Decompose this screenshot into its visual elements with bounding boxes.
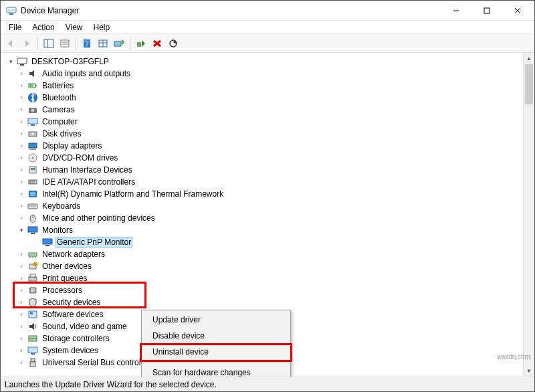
scan-hardware-button[interactable] <box>166 36 181 51</box>
help-button[interactable]: ? <box>80 36 94 51</box>
toolbar-separator <box>130 37 130 50</box>
tree-category[interactable]: ›Processors <box>2 284 523 296</box>
tree-category[interactable]: ›Batteries <box>2 80 523 92</box>
chevron-right-icon[interactable]: › <box>17 310 26 319</box>
forward-button[interactable] <box>19 36 34 51</box>
chevron-right-icon[interactable]: › <box>17 358 26 367</box>
tree-category[interactable]: ›Keyboards <box>2 200 523 212</box>
menu-file[interactable]: File <box>3 21 27 33</box>
show-hide-tree-button[interactable] <box>41 36 56 51</box>
tree-category[interactable]: ›DVD/CD-ROM drives <box>2 152 523 164</box>
chevron-right-icon[interactable]: › <box>17 177 26 187</box>
svg-rect-54 <box>29 253 37 256</box>
ctx-uninstall-device[interactable]: Uninstall device <box>143 344 289 360</box>
tree-category[interactable]: ›Network adapters <box>2 248 523 260</box>
tree-category[interactable]: ›Security devices <box>2 296 523 308</box>
tree-label: Universal Serial Bus controllers <box>41 357 155 368</box>
tree-category[interactable]: ›Human Interface Devices <box>2 164 523 176</box>
tree-category[interactable]: ›Display adapters <box>2 140 523 152</box>
mouse-icon <box>27 213 38 223</box>
tree-device-generic-pnp-monitor[interactable]: ›Generic PnP Monitor <box>2 236 523 248</box>
minimize-button[interactable] <box>441 1 471 21</box>
chevron-right-icon[interactable]: › <box>17 189 26 199</box>
sound-icon <box>27 321 38 332</box>
svg-rect-9 <box>61 40 69 47</box>
chevron-right-icon[interactable]: › <box>17 250 26 259</box>
tree-category[interactable]: ›Audio inputs and outputs <box>2 68 523 80</box>
computer-icon <box>27 116 38 127</box>
tree-category[interactable]: ›Cameras <box>2 104 523 116</box>
tree-label: Batteries <box>41 80 75 91</box>
chevron-right-icon[interactable]: › <box>17 117 26 126</box>
svg-rect-73 <box>31 353 35 355</box>
chevron-right-icon[interactable]: › <box>17 298 26 307</box>
chevron-right-icon[interactable]: › <box>17 213 26 223</box>
chevron-right-icon[interactable]: › <box>17 93 26 102</box>
tree-root[interactable]: ▾ DESKTOP-O3FGFLP <box>2 56 523 68</box>
view-by-type-button[interactable] <box>96 36 110 51</box>
uninstall-device-button[interactable] <box>150 36 165 51</box>
tree-category[interactable]: ›Disk drives <box>2 128 523 140</box>
tree-category-monitors[interactable]: ▾Monitors <box>2 224 523 236</box>
chevron-right-icon[interactable]: › <box>17 286 26 295</box>
update-driver-button[interactable] <box>112 36 126 51</box>
chevron-right-icon[interactable]: › <box>17 69 26 78</box>
scroll-up-button[interactable]: ▲ <box>524 53 534 64</box>
svg-rect-72 <box>28 347 37 353</box>
statusbar: Launches the Update Driver Wizard for th… <box>1 377 534 391</box>
chevron-right-icon[interactable]: › <box>17 153 26 163</box>
svg-rect-26 <box>29 84 33 87</box>
tree-category[interactable]: ›Bluetooth <box>2 92 523 104</box>
svg-rect-25 <box>35 85 37 86</box>
chevron-right-icon[interactable]: › <box>17 165 26 175</box>
chevron-down-icon[interactable]: ▾ <box>6 57 15 66</box>
scroll-track[interactable] <box>524 104 534 365</box>
chevron-right-icon[interactable]: › <box>17 129 26 138</box>
chevron-down-icon[interactable]: ▾ <box>17 225 26 235</box>
monitor-icon <box>42 237 53 248</box>
menu-help[interactable]: Help <box>88 21 116 33</box>
printer-icon <box>27 273 38 284</box>
chevron-right-icon[interactable]: › <box>17 81 26 90</box>
tree-label: Other devices <box>41 261 93 272</box>
svg-rect-18 <box>137 42 141 47</box>
tree-label: DVD/CD-ROM drives <box>41 153 119 163</box>
chevron-right-icon[interactable]: › <box>17 346 26 355</box>
client-area: ▾ DESKTOP-O3FGFLP ›Audio inputs and outp… <box>1 53 534 377</box>
ctx-disable-device[interactable]: Disable device <box>143 328 289 344</box>
menu-action[interactable]: Action <box>27 21 60 33</box>
chevron-right-icon[interactable]: › <box>17 105 26 114</box>
ctx-scan-hardware[interactable]: Scan for hardware changes <box>143 365 289 377</box>
enable-device-button[interactable] <box>134 36 148 51</box>
vertical-scrollbar[interactable]: ▲ ▼ <box>523 53 534 377</box>
chevron-right-icon[interactable]: › <box>17 262 26 271</box>
maximize-button[interactable] <box>471 1 502 21</box>
context-menu-separator <box>144 362 288 363</box>
battery-icon <box>27 80 38 91</box>
tree-category[interactable]: ›Print queues <box>2 272 523 284</box>
scroll-thumb[interactable] <box>525 64 533 104</box>
properties-button[interactable] <box>58 36 72 51</box>
tree-category[interactable]: ›Mice and other pointing devices <box>2 212 523 224</box>
tree-category[interactable]: ›IDE ATA/ATAPI controllers <box>2 176 523 188</box>
tree-category[interactable]: ›?Other devices <box>2 260 523 272</box>
tree-category[interactable]: ›Intel(R) Dynamic Platform and Thermal F… <box>2 188 523 200</box>
svg-rect-51 <box>31 233 35 234</box>
chevron-right-icon[interactable]: › <box>17 334 26 343</box>
app-icon <box>6 5 17 16</box>
watermark: wsxdn.com <box>497 353 530 361</box>
menu-view[interactable]: View <box>60 21 88 33</box>
svg-rect-1 <box>8 9 15 11</box>
chevron-right-icon[interactable]: › <box>17 141 26 151</box>
svg-rect-52 <box>43 239 52 244</box>
chevron-right-icon[interactable]: › <box>17 201 26 211</box>
ctx-update-driver[interactable]: Update driver <box>143 312 289 328</box>
chevron-right-icon[interactable]: › <box>17 274 26 283</box>
back-button[interactable] <box>3 36 18 51</box>
svg-point-33 <box>31 132 34 135</box>
scroll-down-button[interactable]: ▼ <box>524 365 534 377</box>
chevron-right-icon[interactable]: › <box>17 322 26 331</box>
svg-rect-50 <box>28 227 37 232</box>
tree-category[interactable]: ›Computer <box>2 116 523 128</box>
close-button[interactable] <box>502 1 533 21</box>
